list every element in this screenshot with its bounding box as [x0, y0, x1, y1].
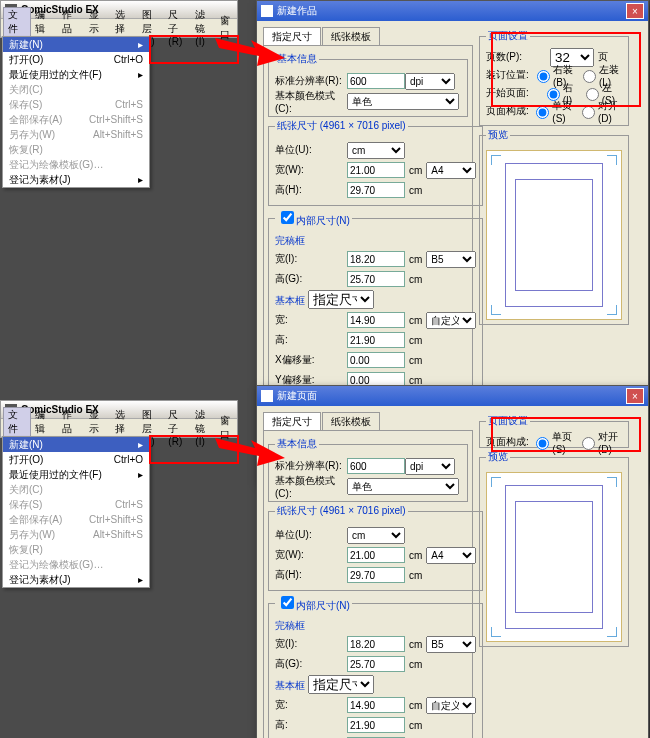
dialog-title: 新建作品	[277, 5, 317, 16]
res-input[interactable]	[347, 73, 405, 89]
height-label: 高(H):	[275, 183, 347, 197]
res-label: 标准分辨率(R):	[275, 74, 347, 88]
tab-template[interactable]: 纸张模板	[322, 412, 380, 430]
bw-input[interactable]	[347, 312, 405, 328]
tab-size[interactable]: 指定尺寸	[263, 412, 321, 430]
unit-select[interactable]: cm	[347, 142, 405, 159]
menu-close: 关闭(C)	[3, 82, 149, 97]
menu-bar[interactable]: 文件(F) 编辑(E) 作品(S) 显示(V) 选择(N) 图层(L) 尺子(R…	[1, 19, 237, 37]
height-input[interactable]	[347, 182, 405, 198]
menu-ruler[interactable]: 尺子(R)	[164, 8, 191, 47]
pageset-legend: 页面设置	[486, 29, 530, 43]
preview-area-2	[486, 472, 622, 642]
menu-tpl: 登记为绘像模板(G)…	[3, 157, 149, 172]
dialog-title-bar[interactable]: 新建作品 ×	[257, 1, 648, 21]
compose-single-2[interactable]	[536, 437, 549, 450]
close-button[interactable]: ×	[626, 3, 644, 19]
paper-select[interactable]: A4	[426, 162, 476, 179]
unit-label: 单位(U):	[275, 143, 347, 157]
width-label: 宽(W):	[275, 163, 347, 177]
colormode-select[interactable]: 单色	[347, 93, 459, 110]
bh-input[interactable]	[347, 332, 405, 348]
fw-input[interactable]	[347, 251, 405, 267]
menu-new[interactable]: 新建(N)▸	[3, 37, 149, 52]
width-input[interactable]	[347, 162, 405, 178]
menu-allsave: 全部保存(A)Ctrl+Shift+S	[3, 112, 149, 127]
xoff-input[interactable]	[347, 352, 405, 368]
new-page-dialog[interactable]: 新建页面 × 指定尺寸 纸张模板 基本信息 标准分辨率(R):dpi 基本颜色模…	[256, 385, 649, 738]
basicframe-label: 基本框 指定尺寸	[275, 290, 476, 309]
file-dropdown-2[interactable]: 新建(N)▸ 打开(O)Ctrl+O 最近使用过的文件(F)▸ 关闭(C) 保存…	[2, 436, 150, 588]
menu-bar-2[interactable]: 文件(F) 编辑(E) 作品(S) 显示(V) 选择(N) 图层(L) 尺子(R…	[1, 419, 237, 437]
res-unit[interactable]: dpi	[405, 73, 455, 90]
dialog2-title-bar[interactable]: 新建页面 ×	[257, 386, 648, 406]
basic-legend: 基本信息	[275, 52, 319, 66]
dialog-icon	[261, 5, 273, 17]
preview-area	[486, 150, 622, 320]
tab-template[interactable]: 纸张模板	[322, 27, 380, 45]
menu-recent[interactable]: 最近使用过的文件(F)▸	[3, 67, 149, 82]
tab-size[interactable]: 指定尺寸	[263, 27, 321, 45]
menu-revert: 恢复(R)	[3, 142, 149, 157]
menu-saveas: 另存为(W)Alt+Shift+S	[3, 127, 149, 142]
inner-legend: 内部尺寸(N)	[275, 208, 352, 228]
menu-save: 保存(S)Ctrl+S	[3, 97, 149, 112]
bind-right[interactable]	[537, 70, 550, 83]
menu-material[interactable]: 登记为素材(J)▸	[3, 172, 149, 187]
file-dropdown[interactable]: 新建(N)▸ 打开(O)Ctrl+O 最近使用过的文件(F)▸ 关闭(C) 保存…	[2, 36, 150, 188]
menu-window[interactable]: 窗口	[216, 14, 235, 42]
bf-spec[interactable]: 指定尺寸	[308, 290, 374, 309]
close-button[interactable]: ×	[626, 388, 644, 404]
bf-select[interactable]: 自定义	[426, 312, 476, 329]
start-left[interactable]	[586, 88, 599, 101]
paper-legend: 纸张尺寸 (4961 × 7016 pixel)	[275, 119, 408, 133]
bind-left[interactable]	[583, 70, 596, 83]
finish-select[interactable]: B5	[426, 251, 476, 268]
menu-open[interactable]: 打开(O)Ctrl+O	[3, 52, 149, 67]
menu-filter[interactable]: 滤镜(I)	[191, 8, 215, 47]
inner-check[interactable]	[281, 211, 294, 224]
colormode-label: 基本颜色模式(C):	[275, 89, 347, 114]
preview-legend: 预览	[486, 128, 510, 142]
compose-single[interactable]	[536, 106, 549, 119]
fh-input[interactable]	[347, 271, 405, 287]
finish-label: 完稿框	[275, 234, 476, 248]
compose-spread[interactable]	[582, 106, 595, 119]
compose-spread-2[interactable]	[582, 437, 595, 450]
dialog2-title: 新建页面	[277, 390, 317, 401]
